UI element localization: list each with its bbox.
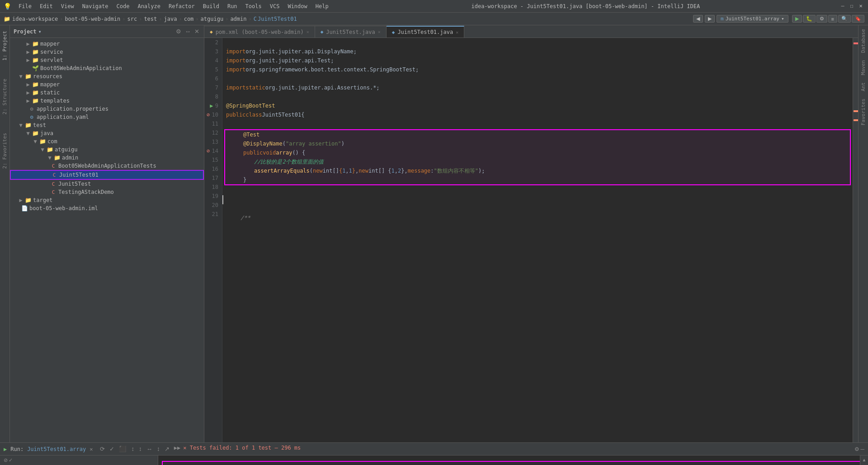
breadcrumb-workspace[interactable]: idea-workspace — [12, 16, 58, 22]
sidebar-ant-label[interactable]: Ant — [859, 79, 867, 95]
tree-item-servlet[interactable]: ▶ 📁 servlet — [10, 56, 204, 64]
code-line-15: //比较的是2个数组里面的值 — [225, 157, 850, 166]
tree-item-resources-mapper[interactable]: ▶ 📁 mapper — [10, 80, 204, 89]
tree-arrow: ▼ — [24, 130, 32, 136]
minimize-button[interactable]: ─ — [839, 3, 846, 10]
tree-item-app-props[interactable]: ⚙ application.properties — [10, 105, 204, 113]
breadcrumb-com[interactable]: com — [184, 16, 194, 22]
tree-item-iml[interactable]: 📄 boot-05-web-admin.iml — [10, 204, 204, 212]
tree-item-test[interactable]: ▼ 📁 test — [10, 121, 204, 129]
tab-close-pom[interactable]: ✕ — [307, 29, 309, 34]
folder-icon: 📁 — [46, 146, 53, 153]
nav-back-button[interactable]: ◀ — [693, 15, 703, 23]
menu-window[interactable]: Window — [284, 2, 311, 10]
error-stripe-mark — [854, 42, 858, 44]
tree-item-static[interactable]: ▶ 📁 static — [10, 89, 204, 97]
menu-tools[interactable]: Tools — [242, 2, 265, 10]
tab-close-juint5[interactable]: ✕ — [456, 30, 458, 35]
sort-button[interactable]: ↕ — [129, 445, 136, 453]
panel-right-controls: ⚙ ─ — [854, 446, 864, 452]
tree-item-juint5test01[interactable]: C Juint5Test01 — [10, 170, 204, 180]
tab-pom-xml[interactable]: ◆ pom.xml (boot-05-web-admin) ✕ — [204, 26, 315, 38]
results-filter-fail[interactable]: ⊘ — [4, 457, 8, 463]
run-gutter-9[interactable]: ▶ — [210, 101, 213, 110]
navigate-button[interactable]: ↗ — [163, 445, 171, 453]
sidebar-favorites-right-label[interactable]: Favorites — [859, 95, 867, 129]
panel-expand-button[interactable]: ↔ — [184, 27, 192, 36]
warning-stripe-mark2 — [854, 119, 858, 121]
breadcrumb-bar: 📁 idea-workspace › boot-05-web-admin › s… — [0, 13, 868, 25]
stop-button[interactable]: ⬛ — [117, 445, 128, 453]
tree-item-service[interactable]: ▶ 📁 service — [10, 48, 204, 56]
sidebar-maven-label[interactable]: Maven — [859, 56, 867, 79]
breadcrumb-module[interactable]: boot-05-web-admin — [65, 16, 120, 22]
bookmark-button[interactable]: 🔖 — [852, 15, 864, 23]
menu-view[interactable]: View — [57, 2, 78, 10]
breadcrumb-java[interactable]: java — [164, 16, 177, 22]
scroll-up-button[interactable]: ▲ — [860, 456, 868, 464]
maximize-button[interactable]: □ — [848, 3, 855, 10]
tree-item-atguigu[interactable]: ▼ 📁 atguigu — [10, 146, 204, 154]
breadcrumb-admin[interactable]: admin — [230, 16, 246, 22]
menu-edit[interactable]: Edit — [36, 2, 57, 10]
tree-label: TestingAStackDemo — [58, 189, 114, 195]
panel-settings-button[interactable]: ⚙ — [854, 446, 859, 452]
menu-vcs[interactable]: VCS — [266, 2, 283, 10]
panel-close-button[interactable]: ✕ — [193, 27, 200, 36]
tree-arrow: ▶ — [17, 197, 24, 203]
build-button[interactable]: ⚙ — [816, 15, 827, 23]
run-all-button[interactable]: ✓ — [108, 445, 116, 453]
tree-item-com[interactable]: ▼ 📁 com — [10, 137, 204, 146]
tree-item-templates[interactable]: ▶ 📁 templates — [10, 97, 204, 105]
results-filter-pass[interactable]: ✓ — [9, 457, 13, 463]
structure-selector[interactable]: m Juint5Test01.array ▾ — [717, 15, 788, 23]
collapse-button[interactable]: ↕ — [155, 445, 162, 453]
tree-item-testing-stack[interactable]: C TestingAStackDemo — [10, 188, 204, 196]
sidebar-database-label[interactable]: Database — [859, 25, 867, 56]
search-button[interactable]: 🔍 — [838, 15, 851, 23]
tab-junit5test[interactable]: ◆ Junit5Test.java ✕ — [315, 26, 387, 38]
tree-item-admin[interactable]: ▼ 📁 admin — [10, 154, 204, 162]
tree-item-app-yaml[interactable]: ⚙ application.yaml — [10, 113, 204, 121]
menu-file[interactable]: File — [15, 2, 35, 10]
run-tab-close[interactable]: ✕ — [90, 446, 93, 452]
tree-label: boot-05-web-admin.iml — [29, 205, 98, 211]
sidebar-favorites-label[interactable]: 2: Favorites — [1, 129, 9, 172]
tree-item-target[interactable]: ▶ 📁 target — [10, 196, 204, 204]
sidebar-structure-label[interactable]: 2: Structure — [1, 75, 9, 118]
tree-item-junit5test[interactable]: C Junit5Test — [10, 180, 204, 188]
panel-minimize-button[interactable]: ─ — [860, 446, 864, 452]
tree-item-java[interactable]: ▼ 📁 java — [10, 129, 204, 137]
sidebar-project-label[interactable]: 1: Project — [1, 27, 9, 64]
tab-close-junit[interactable]: ✕ — [378, 29, 381, 34]
expand-button[interactable]: ↔ — [145, 445, 154, 453]
menu-analyze[interactable]: Analyze — [134, 2, 164, 10]
code-content[interactable]: import org.junit.jupiter.api.DisplayName… — [222, 38, 853, 442]
menu-navigate[interactable]: Navigate — [79, 2, 112, 10]
tree-label: com — [47, 138, 57, 145]
folder-icon: 📁 — [32, 56, 39, 64]
tree-item-mapper1[interactable]: ▶ 📁 mapper — [10, 40, 204, 48]
settings-button[interactable]: ≡ — [828, 15, 837, 23]
breadcrumb-src[interactable]: src — [127, 16, 137, 22]
breadcrumb-class[interactable]: Juint5Test01 — [258, 16, 297, 22]
tree-item-boot-tests[interactable]: C Boot05WebAdminApplicationTests — [10, 162, 204, 170]
run-button[interactable]: ▶ — [792, 15, 802, 23]
breadcrumb-atguigu[interactable]: atguigu — [201, 16, 224, 22]
menu-code[interactable]: Code — [113, 2, 133, 10]
rerun-button[interactable]: ⟳ — [98, 445, 107, 453]
menu-run[interactable]: Run — [224, 2, 241, 10]
nav-forward-button[interactable]: ▶ — [705, 15, 715, 23]
panel-gear-button[interactable]: ⚙ — [175, 27, 182, 36]
tree-item-resources[interactable]: ▼ 📁 resources — [10, 72, 204, 80]
debug-button[interactable]: 🐛 — [803, 15, 816, 23]
close-button[interactable]: ✕ — [857, 3, 864, 10]
tree-item-boot-app[interactable]: 🌱 Boot05WebAdminApplication — [10, 64, 204, 72]
scroll-stripe — [853, 38, 858, 442]
filter-button[interactable]: ↕ — [137, 445, 144, 453]
menu-build[interactable]: Build — [199, 2, 223, 10]
breadcrumb-test[interactable]: test — [144, 16, 157, 22]
menu-help[interactable]: Help — [312, 2, 332, 10]
tab-juint5test01[interactable]: ◆ Juint5Test01.java ✕ — [387, 26, 464, 38]
menu-refactor[interactable]: Refactor — [165, 2, 198, 10]
